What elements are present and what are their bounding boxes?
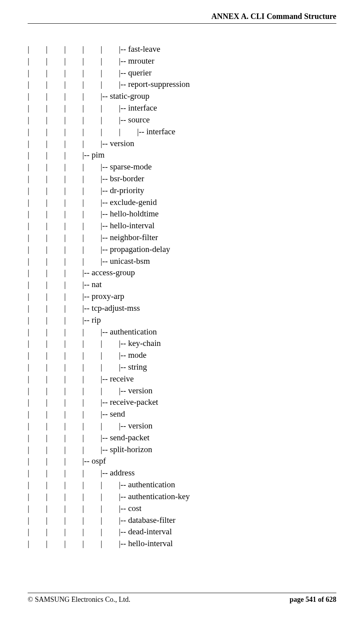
- page: ANNEX A. CLI Command Structure | | | | |…: [0, 0, 364, 618]
- tree-line: | | | | | |-- hello-interval: [28, 538, 336, 550]
- tree-line: | | | | |-- send: [28, 408, 336, 420]
- tree-line: | | | |-- tcp-adjust-mss: [28, 302, 336, 314]
- tree-line: | | | | |-- bsr-border: [28, 173, 336, 185]
- tree-line: | | | | | |-- mode: [28, 349, 336, 361]
- footer-copyright: © SAMSUNG Electronics Co., Ltd.: [28, 595, 130, 604]
- tree-line: | | | | |-- version: [28, 138, 336, 150]
- tree-line: | | | | |-- static-group: [28, 90, 336, 102]
- tree-line: | | | | |-- sparse-mode: [28, 161, 336, 173]
- tree-line: | | | | |-- hello-holdtime: [28, 208, 336, 220]
- tree-line: | | | | | |-- key-chain: [28, 338, 336, 349]
- tree-line: | | | | |-- exclude-genid: [28, 197, 336, 209]
- tree-line: | | | | |-- dr-priority: [28, 185, 336, 197]
- footer-page-number: page 541 of 628: [290, 595, 337, 604]
- tree-line: | | | |-- ospf: [28, 455, 336, 467]
- tree-line: | | | | |-- receive-packet: [28, 396, 336, 408]
- tree-line: | | | | | |-- authentication: [28, 479, 336, 491]
- tree-line: | | | | |-- address: [28, 467, 336, 479]
- tree-line: | | | |-- nat: [28, 279, 336, 291]
- tree-line: | | | | |-- propagation-delay: [28, 244, 336, 255]
- tree-line: | | | | |-- unicast-bsm: [28, 255, 336, 267]
- tree-line: | | | | | |-- fast-leave: [28, 43, 336, 55]
- tree-line: | | | | | |-- source: [28, 114, 336, 126]
- tree-line: | | | |-- proxy-arp: [28, 291, 336, 302]
- tree-line: | | | |-- pim: [28, 149, 336, 161]
- tree-line: | | | | | |-- report-suppression: [28, 79, 336, 90]
- page-header: ANNEX A. CLI Command Structure: [28, 12, 336, 24]
- tree-line: | | | | | |-- dead-interval: [28, 526, 336, 538]
- header-title: ANNEX A. CLI Command Structure: [211, 12, 336, 21]
- tree-line: | | | | | |-- cost: [28, 503, 336, 515]
- tree-line: | | | | | |-- authentication-key: [28, 491, 336, 503]
- tree-line: | | | | | |-- version: [28, 385, 336, 397]
- tree-line: | | | |-- access-group: [28, 267, 336, 279]
- tree-line: | | | | | |-- interface: [28, 102, 336, 114]
- page-footer: © SAMSUNG Electronics Co., Ltd. page 541…: [28, 593, 336, 604]
- tree-line: | | | | | |-- string: [28, 361, 336, 373]
- tree-line: | | | | |-- authentication: [28, 326, 336, 338]
- cli-tree: | | | | | |-- fast-leave| | | | | |-- mr…: [28, 43, 336, 550]
- tree-line: | | | | |-- receive: [28, 373, 336, 385]
- tree-line: | | | | | |-- mrouter: [28, 55, 336, 67]
- tree-line: | | | | |-- hello-interval: [28, 220, 336, 232]
- tree-line: | | | | | |-- version: [28, 420, 336, 432]
- tree-line: | | | |-- rip: [28, 314, 336, 326]
- tree-line: | | | | | |-- querier: [28, 67, 336, 79]
- tree-line: | | | | | | |-- interface: [28, 126, 336, 138]
- tree-line: | | | | |-- split-horizon: [28, 444, 336, 456]
- tree-line: | | | | |-- neighbor-filter: [28, 232, 336, 244]
- tree-line: | | | | |-- send-packet: [28, 432, 336, 444]
- tree-line: | | | | | |-- database-filter: [28, 515, 336, 526]
